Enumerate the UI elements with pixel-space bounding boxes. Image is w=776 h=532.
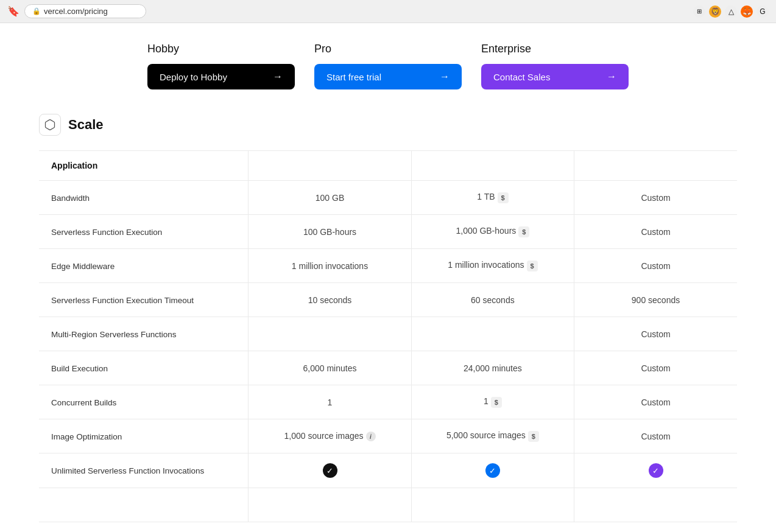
browser-extensions: ⊞ 🦁 △ 🦊 G	[693, 5, 769, 18]
feature-name: Serverless Function Execution	[51, 228, 162, 237]
plan-pro-column: Pro Start free trial →	[305, 43, 471, 89]
hobby-value: 100 GB-hours	[303, 227, 356, 237]
pricing-header: Hobby Deploy to Hobby → Pro Start free t…	[0, 23, 776, 104]
check-blue-icon: ✓	[485, 463, 500, 478]
hobby-value-cell	[249, 317, 411, 351]
table-row: Bandwidth100 GB1 TB$Custom	[39, 181, 737, 215]
pro-value: 1	[484, 396, 489, 406]
table-row: Build Execution6,000 minutes24,000 minut…	[39, 351, 737, 385]
plan-hobby-column: Hobby Deploy to Hobby →	[138, 43, 305, 89]
enterprise-value: Custom	[641, 329, 670, 339]
dollar-tag: $	[518, 226, 529, 237]
enterprise-value: Custom	[641, 193, 670, 203]
feature-name: Multi-Region Serverless Functions	[51, 330, 177, 339]
hobby-value-cell: 6,000 minutes	[249, 351, 411, 385]
enterprise-value-cell: Custom	[574, 419, 737, 453]
enterprise-value: Custom	[641, 363, 670, 373]
pro-value-cell: 1,000 GB-hours$	[411, 215, 574, 249]
hobby-value: 1,000 source images	[284, 431, 364, 441]
dollar-tag: $	[491, 397, 502, 408]
dollar-tag: $	[498, 192, 509, 203]
hobby-value-cell: 1 million invocations	[249, 249, 411, 283]
url-text: vercel.com/pricing	[44, 7, 108, 16]
enterprise-value-cell: Custom	[574, 249, 737, 283]
enterprise-header-cell	[574, 151, 737, 181]
pro-value-cell: 1 million invocations$	[411, 249, 574, 283]
deploy-hobby-arrow: →	[273, 71, 283, 82]
enterprise-value-cell: Custom	[574, 215, 737, 249]
pro-value-cell: 1 TB$	[411, 181, 574, 215]
feature-name-cell: Build Execution	[39, 351, 249, 385]
contact-sales-button[interactable]: Contact Sales →	[481, 64, 629, 89]
start-trial-button[interactable]: Start free trial →	[314, 64, 462, 89]
dollar-tag: $	[528, 431, 539, 442]
bookmark-icon[interactable]: 🔖	[7, 5, 19, 17]
feature-name-cell: Concurrent Builds	[39, 385, 249, 419]
pro-value-cell	[411, 317, 574, 351]
pro-value: 1 million invocations	[448, 260, 524, 270]
pro-value: 60 seconds	[471, 295, 515, 305]
hobby-value-cell: 100 GB	[249, 181, 411, 215]
feature-name: Edge Middleware	[51, 262, 115, 271]
pro-value: 5,000 source images	[446, 430, 526, 440]
enterprise-value-cell: Custom	[574, 351, 737, 385]
enterprise-value: Custom	[641, 432, 670, 441]
check-purple-icon: ✓	[649, 463, 663, 478]
feature-name: Serverless Function Execution Timeout	[51, 296, 194, 305]
pro-value: 1 TB	[477, 192, 495, 201]
feature-name-cell: Bandwidth	[39, 181, 249, 215]
scale-icon	[39, 114, 61, 136]
pro-value-cell: 60 seconds	[411, 283, 574, 317]
scale-header: Scale	[39, 104, 737, 141]
extension-icon-1: ⊞	[693, 5, 705, 18]
pro-value-cell: 1$	[411, 385, 574, 419]
deploy-hobby-button[interactable]: Deploy to Hobby →	[147, 64, 295, 89]
feature-name-cell: Serverless Function Execution	[39, 215, 249, 249]
hobby-value-cell: 10 seconds	[249, 283, 411, 317]
hobby-value-cell: 100 GB-hours	[249, 215, 411, 249]
table-row: Image Optimization1,000 source imagesi5,…	[39, 419, 737, 453]
feature-name: Unlimited Serverless Function Invocation…	[51, 466, 204, 475]
hobby-value: 6,000 minutes	[303, 363, 357, 373]
hobby-plan-name: Hobby	[147, 43, 179, 55]
table-row: Multi-Region Serverless FunctionsCustom	[39, 317, 737, 351]
application-label: Application	[39, 151, 249, 181]
start-trial-label: Start free trial	[326, 72, 381, 82]
pro-value: 24,000 minutes	[464, 363, 522, 373]
pro-value-cell: 24,000 minutes	[411, 351, 574, 385]
table-row: Unlimited Serverless Function Invocation…	[39, 453, 737, 488]
pro-value-cell: ✓	[411, 453, 574, 488]
table-row: Serverless Function Execution100 GB-hour…	[39, 215, 737, 249]
table-row: Serverless Function Execution Timeout10 …	[39, 283, 737, 317]
pro-plan-name: Pro	[314, 43, 331, 55]
application-section-row: Application	[39, 151, 737, 181]
enterprise-value-cell: ✓	[574, 453, 737, 488]
scale-title: Scale	[68, 117, 104, 133]
feature-name: Bandwidth	[51, 194, 90, 203]
hobby-value: 1	[328, 397, 333, 407]
pro-header-cell	[411, 151, 574, 181]
feature-name: Build Execution	[51, 364, 108, 373]
table-row: Edge Middleware1 million invocations1 mi…	[39, 249, 737, 283]
enterprise-value-cell: Custom	[574, 385, 737, 419]
plan-enterprise-column: Enterprise Contact Sales →	[471, 43, 638, 89]
scale-section: Scale Application Bandwidth100 GB1 TB$Cu…	[0, 104, 776, 532]
hobby-value-cell: 1,000 source imagesi	[249, 419, 411, 453]
enterprise-value-cell: Custom	[574, 317, 737, 351]
lock-icon: 🔒	[32, 7, 41, 15]
deploy-hobby-label: Deploy to Hobby	[160, 72, 227, 82]
enterprise-plan-name: Enterprise	[481, 43, 531, 55]
check-black-icon: ✓	[323, 463, 337, 478]
feature-name-cell: Image Optimization	[39, 419, 249, 453]
feature-name-cell: Multi-Region Serverless Functions	[39, 317, 249, 351]
table-row	[39, 488, 737, 522]
info-icon[interactable]: i	[366, 432, 376, 441]
feature-name: Image Optimization	[51, 432, 122, 441]
url-bar[interactable]: 🔒 vercel.com/pricing	[24, 4, 146, 18]
feature-name: Concurrent Builds	[51, 398, 116, 407]
contact-sales-arrow: →	[607, 71, 616, 82]
hobby-value-cell: ✓	[249, 453, 411, 488]
contact-sales-label: Contact Sales	[493, 72, 550, 82]
hobby-value-cell: 1	[249, 385, 411, 419]
enterprise-value: Custom	[641, 261, 670, 271]
